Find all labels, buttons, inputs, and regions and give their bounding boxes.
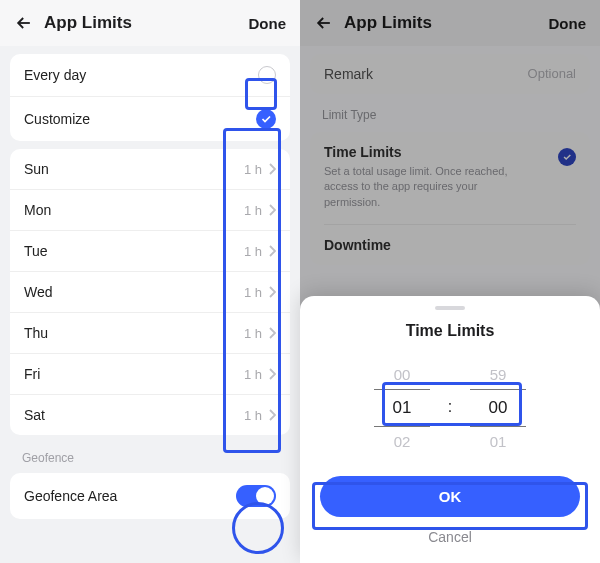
radio-checked-icon[interactable] xyxy=(256,109,276,129)
geofence-section-label: Geofence xyxy=(0,443,300,465)
chevron-right-icon xyxy=(268,368,276,380)
every-day-label: Every day xyxy=(24,67,258,83)
time-limits-title: Time Limits xyxy=(324,144,534,160)
days-card: Sun1 hMon1 hTue1 hWed1 hThu1 hFri1 hSat1… xyxy=(10,149,290,435)
day-label: Tue xyxy=(24,243,244,259)
done-button[interactable]: Done xyxy=(549,15,587,32)
picker-colon: : xyxy=(448,398,452,416)
chevron-right-icon xyxy=(268,409,276,421)
minutes-column[interactable]: 59 00 01 xyxy=(470,360,526,456)
geofence-toggle[interactable] xyxy=(236,485,276,507)
day-row[interactable]: Thu1 h xyxy=(10,313,290,354)
chevron-right-icon xyxy=(268,163,276,175)
header: App Limits Done xyxy=(300,0,600,46)
left-screen: App Limits Done Every day Customize Sun1… xyxy=(0,0,300,563)
right-screen: App Limits Done Remark Optional Limit Ty… xyxy=(300,0,600,563)
back-icon[interactable] xyxy=(314,13,334,33)
time-picker-sheet: Time Limits 00 01 02 : 59 00 01 OK Cance… xyxy=(300,296,600,563)
done-button[interactable]: Done xyxy=(249,15,287,32)
day-row[interactable]: Tue1 h xyxy=(10,231,290,272)
minute-selected: 00 xyxy=(470,389,526,427)
day-value: 1 h xyxy=(244,367,262,382)
hour-selected: 01 xyxy=(374,389,430,427)
every-day-row[interactable]: Every day xyxy=(10,54,290,97)
day-value: 1 h xyxy=(244,203,262,218)
customize-row[interactable]: Customize xyxy=(10,97,290,141)
header: App Limits Done xyxy=(0,0,300,46)
day-label: Sun xyxy=(24,161,244,177)
day-label: Fri xyxy=(24,366,244,382)
ok-button[interactable]: OK xyxy=(320,476,580,517)
time-limits-row[interactable]: Time Limits Set a total usage limit. Onc… xyxy=(324,144,576,210)
day-row[interactable]: Sun1 h xyxy=(10,149,290,190)
back-icon[interactable] xyxy=(14,13,34,33)
limit-type-section-label: Limit Type xyxy=(300,102,600,124)
day-value: 1 h xyxy=(244,408,262,423)
customize-label: Customize xyxy=(24,111,256,127)
day-row[interactable]: Sat1 h xyxy=(10,395,290,435)
hours-column[interactable]: 00 01 02 xyxy=(374,360,430,456)
time-limits-desc: Set a total usage limit. Once reached, a… xyxy=(324,164,534,210)
geofence-card: Geofence Area xyxy=(10,473,290,519)
chevron-right-icon xyxy=(268,327,276,339)
drag-handle-icon[interactable] xyxy=(435,306,465,310)
day-value: 1 h xyxy=(244,162,262,177)
remark-label: Remark xyxy=(324,66,528,82)
day-label: Mon xyxy=(24,202,244,218)
geofence-area-row[interactable]: Geofence Area xyxy=(10,473,290,519)
day-row[interactable]: Wed1 h xyxy=(10,272,290,313)
hour-next: 02 xyxy=(374,427,430,456)
day-label: Thu xyxy=(24,325,244,341)
day-value: 1 h xyxy=(244,326,262,341)
page-title: App Limits xyxy=(44,13,249,33)
minute-prev: 59 xyxy=(470,360,526,389)
day-label: Wed xyxy=(24,284,244,300)
sheet-title: Time Limits xyxy=(300,322,600,340)
time-picker[interactable]: 00 01 02 : 59 00 01 xyxy=(300,360,600,456)
geofence-area-label: Geofence Area xyxy=(24,488,236,504)
chevron-right-icon xyxy=(268,245,276,257)
day-row[interactable]: Mon1 h xyxy=(10,190,290,231)
page-title: App Limits xyxy=(344,13,549,33)
day-value: 1 h xyxy=(244,285,262,300)
remark-row[interactable]: Remark Optional xyxy=(310,54,590,94)
chevron-right-icon xyxy=(268,204,276,216)
day-row[interactable]: Fri1 h xyxy=(10,354,290,395)
day-label: Sat xyxy=(24,407,244,423)
downtime-title[interactable]: Downtime xyxy=(324,224,576,253)
chevron-right-icon xyxy=(268,286,276,298)
checkmark-icon xyxy=(558,148,576,166)
radio-unchecked-icon[interactable] xyxy=(258,66,276,84)
remark-placeholder: Optional xyxy=(528,66,576,82)
minute-next: 01 xyxy=(470,427,526,456)
schedule-mode-card: Every day Customize xyxy=(10,54,290,141)
day-value: 1 h xyxy=(244,244,262,259)
limit-type-card: Time Limits Set a total usage limit. Onc… xyxy=(310,132,590,265)
cancel-button[interactable]: Cancel xyxy=(300,529,600,545)
hour-prev: 00 xyxy=(374,360,430,389)
